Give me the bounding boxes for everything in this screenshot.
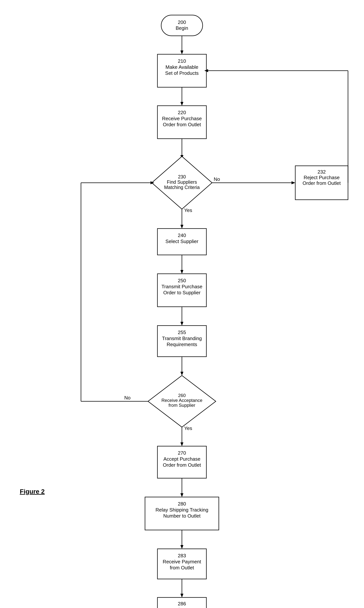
svg-text:Relay Shipping Tracking: Relay Shipping Tracking [156,507,208,513]
n232-id: 232 [317,169,325,175]
n255-id: 255 [178,330,186,335]
svg-text:Matching Criteria: Matching Criteria [164,185,200,190]
label-no-260-text: No [124,395,130,401]
svg-text:Receive Purchase: Receive Purchase [162,116,202,121]
svg-text:Accept Purchase: Accept Purchase [163,456,201,462]
n286-id: 286 [178,601,186,607]
svg-text:Requirements: Requirements [167,342,197,347]
svg-text:Order from Outlet: Order from Outlet [303,180,341,186]
node-200-text: Begin [176,25,188,31]
svg-text:Order from Outlet: Order from Outlet [163,462,201,468]
svg-text:Transmit Purchase: Transmit Purchase [161,284,202,289]
svg-text:Reject Purchase: Reject Purchase [304,175,340,180]
label-yes-260-text: Yes [184,425,192,431]
n280-id: 280 [178,501,186,507]
svg-text:Transmit Branding: Transmit Branding [162,336,202,341]
svg-text:Receive Payment: Receive Payment [163,559,201,565]
svg-text:from Outlet: from Outlet [170,565,194,570]
n270-id: 270 [178,450,186,456]
label-no-230-text: No [214,176,220,182]
svg-text:Number to Outlet: Number to Outlet [163,513,201,519]
label-yes-230-text: Yes [184,207,192,213]
svg-text:from Supplier: from Supplier [169,403,195,408]
figure-2-label-text: Figure 2 [20,488,45,495]
node-200-id: 200 [178,19,186,25]
n210-id: 210 [178,58,186,64]
svg-text:Transmit Payment: Transmit Payment [162,607,202,608]
n283-id: 283 [178,553,186,558]
svg-text:Find Suppliers: Find Suppliers [167,179,197,185]
n260-id: 260 [178,393,186,398]
n250-id: 250 [178,278,186,283]
svg-text:Receive Acceptance: Receive Acceptance [161,398,202,403]
svg-text:Select Supplier: Select Supplier [166,238,198,244]
svg-text:Make Available: Make Available [166,64,198,70]
svg-text:Order to Supplier: Order to Supplier [163,290,201,295]
n230-id: 230 [178,174,186,179]
svg-text:Set of Products: Set of Products [165,70,199,76]
n220-id: 220 [178,110,186,115]
n240-id: 240 [178,233,186,238]
svg-text:Order from Outlet: Order from Outlet [163,122,201,127]
main-flowchart-svg: 200 Begin 210 Make Available Set of Prod… [0,0,364,608]
